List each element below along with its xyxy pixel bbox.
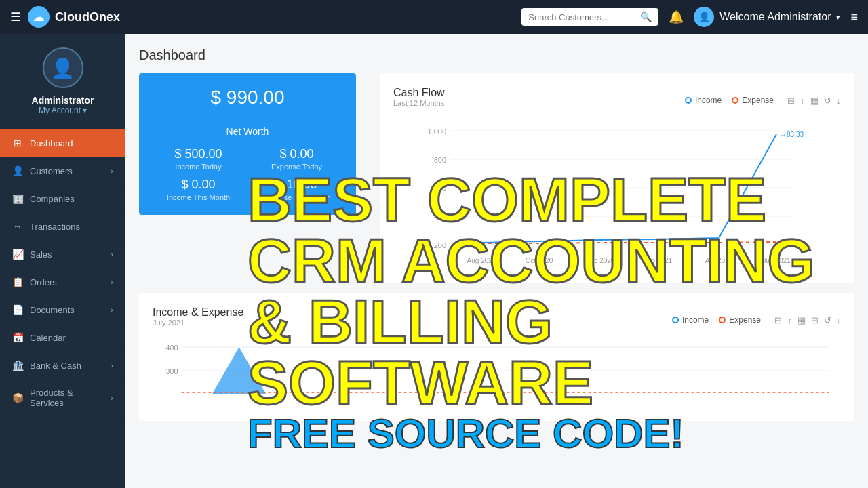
sidebar-item-documents[interactable]: 📄 Documents › <box>0 296 125 324</box>
expense-month-stat: $ 10.00 Expense This Month <box>251 178 342 201</box>
ie-chart-grid-icon[interactable]: ⊟ <box>811 315 818 325</box>
profile-avatar: 👤 <box>43 47 83 88</box>
svg-text:0.83: 0.83 <box>787 239 800 246</box>
income-today-stat: $ 500.00 Income Today <box>153 147 244 171</box>
sidebar-item-label: Customers <box>30 166 73 176</box>
sidebar-item-companies[interactable]: 🏢 Companies <box>0 185 125 213</box>
chevron-right-icon: › <box>111 361 113 369</box>
ie-chart-upload-icon[interactable]: ↑ <box>787 315 792 325</box>
avatar-icon: 👤 <box>51 57 75 79</box>
logo: ☁ CloudOnex <box>28 6 120 28</box>
cloud-icon: ☁ <box>33 11 44 24</box>
svg-text:Jun 2021: Jun 2021 <box>762 257 791 264</box>
svg-text:400: 400 <box>165 344 178 352</box>
documents-icon: 📄 <box>12 304 23 315</box>
sidebar-item-sales[interactable]: 📈 Sales › <box>0 241 125 268</box>
companies-icon: 🏢 <box>12 193 23 204</box>
welcome-text: Welcome Administrator <box>719 11 831 23</box>
expense-today-value: $ 0.00 <box>251 147 342 161</box>
page-title: Dashboard <box>139 47 854 63</box>
sidebar-item-customers[interactable]: 👤 Customers › <box>0 157 125 185</box>
bank-icon: 🏦 <box>12 360 23 371</box>
chart-table-icon[interactable]: ⊞ <box>787 96 795 106</box>
orders-icon: 📋 <box>12 277 23 287</box>
nav-menu-icon[interactable]: ≡ <box>850 10 858 24</box>
svg-text:→: → <box>780 239 787 246</box>
svg-text:800: 800 <box>434 156 446 164</box>
svg-text:83.33: 83.33 <box>787 131 804 138</box>
sidebar-item-calendar[interactable]: 📅 Calendar <box>0 324 125 352</box>
sidebar-item-label: Documents <box>30 305 75 315</box>
search-icon[interactable]: 🔍 <box>640 12 652 22</box>
sidebar-nav: ⊞ Dashboard 👤 Customers › 🏢 Companies ↔ … <box>0 129 125 488</box>
navbar: ☰ ☁ CloudOnex 🔍 🔔 👤 Welcome Administrato… <box>0 0 868 34</box>
chart-upload-icon[interactable]: ↑ <box>800 96 805 106</box>
income-month-stat: $ 0.00 Income This Month <box>153 178 244 201</box>
chart-actions: ⊞ ↑ ▦ ↺ ↓ <box>787 96 841 106</box>
ie-chart-bar-icon[interactable]: ▦ <box>797 315 806 325</box>
chevron-right-icon: › <box>111 250 113 258</box>
cash-flow-svg: 1,000 800 600 400 200 Aug 2020 Oct 2020 … <box>393 117 841 266</box>
sidebar-item-label: Bank & Cash <box>30 361 81 371</box>
ie-chart-refresh-icon[interactable]: ↺ <box>824 315 831 325</box>
chart-refresh-icon[interactable]: ↺ <box>824 96 831 106</box>
sidebar-item-bank[interactable]: 🏦 Bank & Cash › <box>0 352 125 380</box>
logo-text[interactable]: CloudOnex <box>55 10 120 24</box>
search-input[interactable] <box>528 12 637 22</box>
svg-text:→: → <box>780 131 787 138</box>
my-account-link[interactable]: My Account ▾ <box>39 106 87 115</box>
income-expense-svg: 400 300 <box>153 337 841 405</box>
legend-income: Income <box>685 96 722 105</box>
cash-flow-title: Cash Flow <box>393 87 445 99</box>
ie-legend-expense: Expense <box>719 315 761 325</box>
svg-text:200: 200 <box>434 241 446 249</box>
user-icon: 👤 <box>698 12 710 22</box>
ie-legend-income: Income <box>672 315 709 325</box>
search-box[interactable]: 🔍 <box>521 8 658 26</box>
chevron-down-icon: ▾ <box>836 13 840 22</box>
svg-text:Oct 2020: Oct 2020 <box>526 257 553 264</box>
cash-flow-subtitle: Last 12 Months <box>393 99 445 107</box>
income-today-label: Income Today <box>153 163 244 171</box>
chart-title-area: Cash Flow Last 12 Months <box>393 87 445 114</box>
ie-chart-table-icon[interactable]: ⊞ <box>774 315 782 325</box>
sidebar-item-label: Products & Services <box>30 388 104 408</box>
sidebar-item-transactions[interactable]: ↔ Transactions <box>0 213 125 241</box>
chevron-right-icon: › <box>111 278 113 286</box>
bell-icon[interactable]: 🔔 <box>669 9 684 24</box>
ie-chart-subtitle: July 2021 <box>153 319 243 327</box>
svg-text:1,000: 1,000 <box>427 127 446 136</box>
stats-grid: $ 500.00 Income Today $ 0.00 Expense Tod… <box>153 147 342 201</box>
expense-dot <box>732 97 738 104</box>
expense-month-label: Expense This Month <box>251 193 342 201</box>
chart-legend: Income Expense <box>685 96 774 105</box>
svg-text:Aug 2020: Aug 2020 <box>467 257 496 264</box>
hamburger-icon[interactable]: ☰ <box>10 9 21 24</box>
user-area[interactable]: 👤 Welcome Administrator ▾ <box>694 7 840 27</box>
transactions-icon: ↔ <box>12 221 23 232</box>
svg-text:Apr 2021: Apr 2021 <box>705 257 733 264</box>
sidebar-item-label: Sales <box>30 249 52 260</box>
chart-bar-icon[interactable]: ▦ <box>810 96 818 106</box>
sidebar-item-label: Calendar <box>30 333 66 343</box>
navbar-right: 🔍 🔔 👤 Welcome Administrator ▾ ≡ <box>521 7 858 27</box>
chart-download-icon[interactable]: ↓ <box>837 96 842 106</box>
sidebar: 👤 Administrator My Account ▾ ⊞ Dashboard… <box>0 34 125 488</box>
chevron-right-icon: › <box>111 306 113 314</box>
ie-chart-actions: ⊞ ↑ ▦ ⊟ ↺ ↓ <box>774 315 841 325</box>
ie-chart-download-icon[interactable]: ↓ <box>837 315 842 325</box>
calendar-icon: 📅 <box>12 332 23 343</box>
net-worth-value: $ 990.00 <box>153 87 342 119</box>
income-dot <box>685 97 692 104</box>
navbar-left: ☰ ☁ CloudOnex <box>10 6 120 28</box>
logo-circle: ☁ <box>28 6 50 28</box>
main-content: Dashboard $ 990.00 Net Worth $ 500.00 In… <box>125 34 868 488</box>
svg-text:Dec 2020: Dec 2020 <box>586 257 615 264</box>
sidebar-item-dashboard[interactable]: ⊞ Dashboard <box>0 129 125 157</box>
sidebar-item-orders[interactable]: 📋 Orders › <box>0 268 125 296</box>
expense-today-stat: $ 0.00 Expense Today <box>251 147 342 171</box>
dashboard-row: $ 990.00 Net Worth $ 500.00 Income Today… <box>139 73 854 283</box>
legend-expense: Expense <box>732 96 774 105</box>
income-today-value: $ 500.00 <box>153 147 244 161</box>
sidebar-item-products[interactable]: 📦 Products & Services › <box>0 380 125 417</box>
